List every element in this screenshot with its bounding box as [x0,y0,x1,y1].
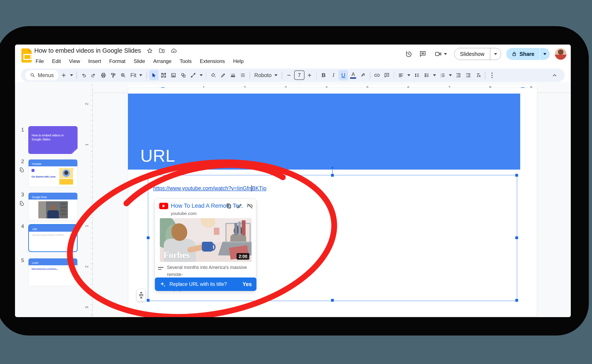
slide-thumbnail-1[interactable]: How to embed videos in Google Slides [28,126,78,154]
hide-menus-button[interactable] [550,70,559,80]
redo-button[interactable] [89,70,98,80]
menu-format[interactable]: Format [107,57,128,65]
comments-icon[interactable] [418,49,427,58]
share-button[interactable]: Share [506,48,540,60]
meet-camera-dropdown-icon[interactable] [444,53,447,55]
link-card-title[interactable]: How To Lead A Remote Te... [171,202,243,209]
resize-handle-w[interactable] [146,236,150,239]
align-button[interactable] [396,70,406,80]
account-avatar[interactable] [555,48,566,60]
slides-logo-icon[interactable] [21,48,32,63]
slideshow-button[interactable]: Slideshow [454,48,490,60]
resize-handle-se[interactable] [515,299,518,302]
autofit-text-button[interactable] [137,289,146,301]
new-slide-button[interactable] [59,70,68,80]
select-tool-button[interactable] [149,70,158,80]
text-box-button[interactable] [159,70,168,80]
menu-insert[interactable]: Insert [86,57,104,65]
line-spacing-button[interactable] [412,70,421,80]
clear-formatting-button[interactable] [473,70,483,80]
thumb-title: How to embed videos in Google Slides [32,133,64,142]
slide-thumbnail-5[interactable]: Loom https://www.loom.com/share/… [28,258,78,286]
border-color-button[interactable] [218,70,228,80]
lock-icon [512,51,517,57]
search-menus-button[interactable]: Menus [25,70,59,80]
font-size-input[interactable]: 7 [294,71,304,80]
toolbar-divider [146,71,147,79]
bulleted-list-dropdown[interactable] [432,70,437,80]
thumb-header: Youtube [28,160,77,166]
more-options-button[interactable] [487,70,497,80]
slideshow-dropdown-button[interactable] [490,48,501,60]
document-title[interactable]: How to embed videos in Google Slides [34,47,141,54]
replace-url-bar[interactable]: Replace URL with its title? Yes [155,278,257,291]
numbered-list-dropdown[interactable] [447,70,453,80]
italic-button[interactable]: I [329,70,338,80]
fill-color-button[interactable] [209,70,218,80]
menu-tools[interactable]: Tools [177,57,194,65]
menu-file[interactable]: File [33,57,46,65]
font-family-value: Roboto [254,72,272,78]
zoom-button[interactable] [118,70,128,80]
resize-handle-nw[interactable] [146,174,150,177]
video-thumbnail[interactable]: Forbes 2:00 [160,218,251,262]
slide-title-bar[interactable] [128,94,520,169]
star-icon[interactable] [146,47,153,54]
insert-shape-button[interactable] [179,70,188,80]
print-button[interactable] [99,70,108,80]
menu-view[interactable]: View [66,57,83,65]
decrease-indent-button[interactable] [454,70,463,80]
meet-camera-button[interactable] [432,49,449,58]
vertical-ruler[interactable]: 2 1 1 2 3 [85,84,93,317]
share-dropdown-button[interactable] [540,48,550,60]
menu-arrange[interactable]: Arrange [151,57,174,65]
add-comment-button[interactable] [382,70,392,80]
copy-link-icon[interactable] [226,203,232,209]
line-dropdown[interactable] [198,70,204,80]
work-area: 1 2 3 4 5 How to embed videos in Google … [15,82,571,317]
highlight-color-button[interactable] [358,70,368,80]
menu-slide[interactable]: Slide [131,57,148,65]
cloud-saved-icon[interactable] [171,47,177,54]
decrease-font-size-button[interactable] [284,70,294,80]
slide-thumbnail-2[interactable]: Youtube Yay! Get Started with Loom [28,159,78,187]
align-dropdown[interactable] [406,70,412,80]
resize-handle-e[interactable] [515,236,518,239]
menu-edit[interactable]: Edit [50,57,63,65]
rotation-handle[interactable] [331,167,333,169]
border-weight-button[interactable] [228,70,238,80]
url-text[interactable]: https://www.youtube.com/watch?v=IinGfnBK… [153,185,266,191]
resize-handle-n[interactable] [331,174,334,177]
menu-help[interactable]: Help [230,57,246,65]
increase-indent-button[interactable] [463,70,473,80]
version-history-icon[interactable] [404,49,413,58]
link-preview-card[interactable]: How To Lead A Remote Te... youtube.com [155,199,256,291]
increase-font-size-button[interactable] [305,70,314,80]
paint-format-button[interactable] [109,70,118,80]
remove-link-icon[interactable] [247,203,253,209]
undo-button[interactable] [79,70,88,80]
menu-extensions[interactable]: Extensions [197,57,227,65]
font-family-select[interactable]: Roboto [252,72,280,78]
move-folder-icon[interactable] [158,47,165,54]
bulleted-list-button[interactable] [422,70,431,80]
new-slide-dropdown[interactable] [69,70,74,80]
slide-thumbnail-4-selected[interactable]: URL https://www.youtube.com/watch?v=IinG… [28,224,78,252]
resize-handle-s[interactable] [331,299,334,302]
insert-link-button[interactable] [372,70,382,80]
zoom-select[interactable]: Fit [128,72,145,78]
resize-handle-sw[interactable] [146,299,150,302]
border-dash-button[interactable] [238,70,248,80]
insert-image-button[interactable] [169,70,178,80]
numbered-list-button[interactable]: 123 [438,70,447,80]
slide-thumbnail-3[interactable]: Google Drive [28,193,78,220]
slide-title-text[interactable]: URL [140,146,175,166]
insert-line-button[interactable] [189,70,198,80]
toolbar-divider [394,71,394,79]
replace-url-yes-button[interactable]: Yes [243,281,252,287]
bold-button[interactable]: B [319,70,328,80]
edit-link-icon[interactable] [236,203,243,209]
resize-handle-ne[interactable] [515,174,518,177]
underline-button[interactable]: U [339,70,348,80]
text-color-button[interactable]: A [349,70,358,80]
